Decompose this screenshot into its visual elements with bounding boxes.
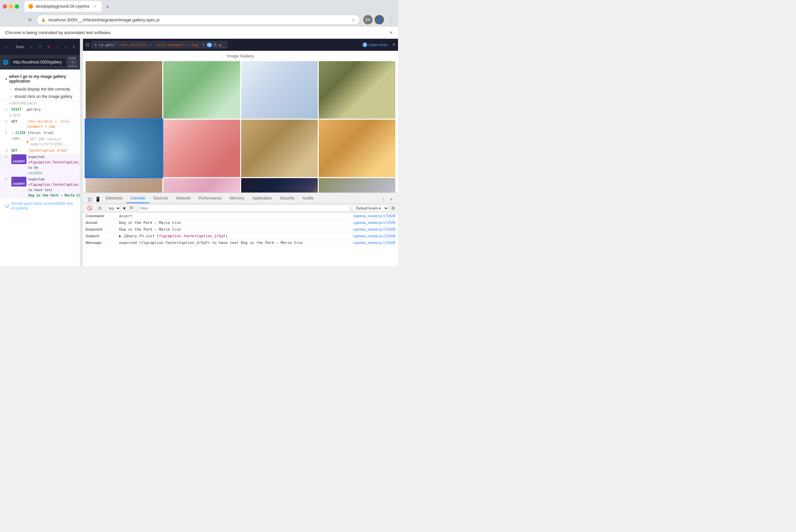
back-button[interactable]: ← xyxy=(3,15,12,24)
cmd-assert5-content: expected <figcaption.footerCaption_2r5qf… xyxy=(29,177,80,198)
assert5-line4: Dog in the Park - Marie Cruz xyxy=(29,193,80,198)
browser-frame: devopsplayground-26-cypress × + ← → ↻ 🔒 … xyxy=(0,0,398,266)
selector-tool-button[interactable]: ⊡ xyxy=(86,42,90,48)
console-row-actual: Actual: Dog in the Park – Marie Cruz cyp… xyxy=(83,220,398,226)
test-item-2[interactable]: ✓ should click on the image gallery xyxy=(0,93,80,100)
gallery-img-12 xyxy=(319,178,395,192)
cmd-get-footer-num: 3 xyxy=(5,148,10,153)
cmd-get-footer[interactable]: 3 GET .footerCaption_2r5qf xyxy=(0,147,80,154)
cmd-xhr[interactable]: (XHR) GET 200 /sockjs-node/info?t=1582..… xyxy=(0,136,80,147)
gallery-img-9 xyxy=(86,178,162,192)
devtools-device-button[interactable]: 📱 xyxy=(94,195,102,203)
settings-button[interactable]: ⚙ xyxy=(391,206,395,211)
extensions-button[interactable]: CV xyxy=(363,15,373,24)
tests-back-button[interactable]: ← xyxy=(3,43,11,51)
profile-button[interactable]: 👤 xyxy=(375,15,384,24)
gallery-img-11 xyxy=(241,178,318,192)
tab-console[interactable]: Console xyxy=(126,194,149,203)
reload-button[interactable]: ↻ xyxy=(25,15,35,24)
label-expected: Expected: xyxy=(86,227,119,231)
label-subject: Subject: xyxy=(86,234,119,238)
console-filter-input[interactable] xyxy=(138,205,350,212)
source-subject[interactable]: cypress_runner.js:172428 xyxy=(328,234,395,238)
cmd-get-footer-verb: GET xyxy=(11,148,25,153)
gallery-img-5 xyxy=(86,120,162,177)
cmd-get1-num: 1 xyxy=(5,119,10,124)
devtools-tabs: ⊡ 📱 Elements Console Sources Network Per… xyxy=(83,193,398,204)
cmd-click[interactable]: 2 - CLICK {force: true} xyxy=(0,130,80,136)
address-bar-row: ← → ↻ 🔒 localhost:3000/__/#/tests/integr… xyxy=(0,13,398,27)
tab-sources[interactable]: Sources xyxy=(149,194,172,203)
context-select[interactable]: top xyxy=(106,205,121,211)
filter-icon[interactable]: ⊘ xyxy=(96,204,104,212)
cmd-xhr-label: (XHR) xyxy=(11,137,25,141)
gallery-img-1 xyxy=(86,61,162,119)
minimize-button[interactable] xyxy=(9,4,13,9)
forward-button[interactable]: → xyxy=(14,15,23,24)
menu-button[interactable]: ⋮ xyxy=(386,15,395,24)
console-button[interactable]: ≥_ xyxy=(219,42,224,48)
close-button[interactable] xyxy=(3,4,7,9)
tab-network[interactable]: Network xyxy=(172,194,195,203)
log-levels-select[interactable]: Default levels ▾ xyxy=(352,205,389,211)
source-command[interactable]: cypress_runner.js:172428 xyxy=(328,214,395,218)
gallery-preview: Image Gallery xyxy=(83,51,398,192)
command-log: ▾ BEFORE EACH 1 VISIT gallery ▾ TEST 1 xyxy=(0,100,80,198)
cmd-assert-4[interactable]: 4 - ASSERT expected <figcaption.footerCa… xyxy=(0,154,80,176)
label-command: Command: xyxy=(86,214,119,218)
pending-spinner xyxy=(5,204,9,208)
before-each-label: BEFORE EACH xyxy=(12,101,36,105)
test-item-1[interactable]: ✓ should display the title correctly xyxy=(0,86,80,93)
tab-memory[interactable]: Memory xyxy=(226,194,248,203)
devtools-close-button[interactable]: × xyxy=(387,195,395,203)
source-message[interactable]: cypress_runner.js:172428 xyxy=(328,241,395,245)
learn-more-button[interactable]: ? Learn more xyxy=(363,42,387,47)
viewport-size: 1680 × 917 (42%) xyxy=(68,56,77,68)
globe-icon: 🌐 xyxy=(3,59,8,65)
tab-security[interactable]: Security xyxy=(276,194,298,203)
tab-performance[interactable]: Performance xyxy=(195,194,226,203)
cmd-visit[interactable]: 1 VISIT gallery xyxy=(0,106,80,113)
address-text: localhost:3000/__/#/tests/integration/im… xyxy=(49,17,348,22)
devtools-inspect-button[interactable]: ⊡ xyxy=(86,195,94,203)
cy-command-bar: ⊡ ▾ cy.get(' :nth-child(5) > .tile-viewp… xyxy=(83,39,398,51)
pending-test[interactable]: should pass basic accessibility test on … xyxy=(0,198,80,213)
tab-close-button[interactable]: × xyxy=(92,4,98,9)
tab-audits[interactable]: Audits xyxy=(298,194,318,203)
panel-divider[interactable] xyxy=(80,39,83,266)
eye-button[interactable]: 👁 xyxy=(127,204,135,212)
cmd-assert-5[interactable]: 5 - ASSERT expected <figcaption.footerCa… xyxy=(0,176,80,198)
clear-console-button[interactable]: 🚫 xyxy=(86,204,94,212)
banner-close-button[interactable]: × xyxy=(390,30,393,36)
tests-label[interactable]: Tests xyxy=(13,43,26,50)
tab-elements[interactable]: Elements xyxy=(102,194,126,203)
copy-button[interactable]: ⎘ xyxy=(214,42,217,48)
devtools-more-button[interactable]: ⋮ xyxy=(379,195,387,203)
dropdown-arrow[interactable]: ▾ xyxy=(123,206,125,211)
active-tab[interactable]: devopsplayground-26-cypress × xyxy=(24,1,102,12)
bookmark-icon[interactable]: ☆ xyxy=(351,17,356,22)
test-label: TEST xyxy=(12,114,21,117)
banner-text: Chrome is being controlled by automated … xyxy=(5,30,112,35)
test-suite-header[interactable]: ▾ when I go to my image gallery applicat… xyxy=(0,72,80,86)
source-actual[interactable]: cypress_runner.js:172428 xyxy=(328,221,395,225)
xhr-dot xyxy=(27,141,29,143)
address-bar[interactable]: 🔒 localhost:3000/__/#/tests/integration/… xyxy=(37,15,360,25)
suite-title: when I go to my image gallery applicatio… xyxy=(9,74,75,83)
cy-get-suffix: ') xyxy=(200,43,205,47)
maximize-button[interactable] xyxy=(15,4,19,9)
new-tab-button[interactable]: + xyxy=(103,2,112,12)
assert4-badge: - ASSERT xyxy=(11,154,26,164)
tab-application[interactable]: Application xyxy=(248,194,276,203)
lock-icon: 🔒 xyxy=(41,18,46,22)
source-expected[interactable]: cypress_runner.js:172428 xyxy=(328,227,395,231)
cmd-click-verb: - CLICK xyxy=(11,130,25,135)
console-prompt: › xyxy=(83,246,398,254)
cmd-get-1[interactable]: 1 GET :nth-child(2) > .tile-viewport > i… xyxy=(0,118,80,130)
command-bar-close[interactable]: × xyxy=(392,42,395,48)
value-message: expected <figcaption.footerCaption_2r5qf… xyxy=(119,241,328,245)
gallery-img-10 xyxy=(163,178,240,192)
automation-banner: Chrome is being controlled by automated … xyxy=(0,27,398,39)
tab-title: devopsplayground-26-cypress xyxy=(36,4,90,9)
cypress-url-input[interactable] xyxy=(11,58,66,66)
